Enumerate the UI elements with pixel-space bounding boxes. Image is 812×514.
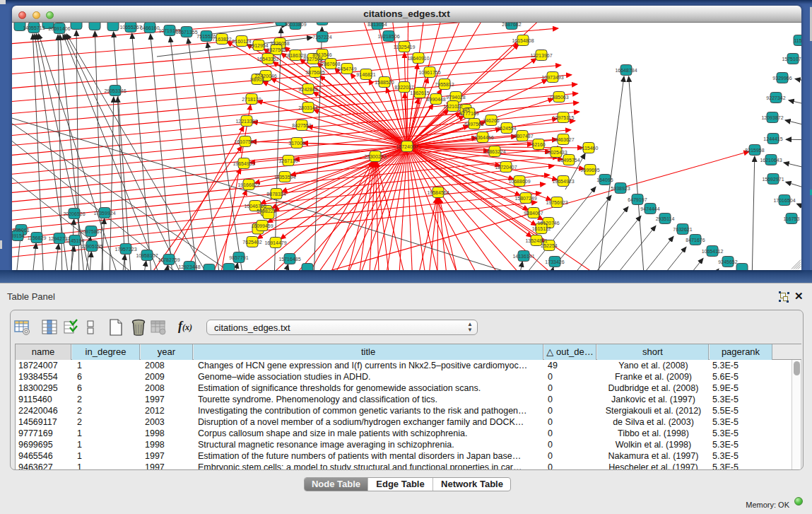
svg-text:15807249: 15807249 bbox=[514, 196, 536, 201]
svg-text:8215958: 8215958 bbox=[745, 148, 764, 153]
svg-text:12213967: 12213967 bbox=[530, 53, 552, 58]
svg-text:19654933: 19654933 bbox=[233, 161, 254, 166]
svg-text:746266: 746266 bbox=[483, 118, 499, 123]
svg-text:20691406: 20691406 bbox=[48, 26, 70, 31]
svg-text:10655267: 10655267 bbox=[119, 25, 141, 30]
svg-text:16033809: 16033809 bbox=[284, 23, 306, 27]
svg-text:7632621: 7632621 bbox=[673, 227, 692, 232]
svg-text:62160: 62160 bbox=[531, 142, 546, 147]
svg-text:317006: 317006 bbox=[288, 141, 305, 146]
svg-text:8322037: 8322037 bbox=[394, 85, 413, 90]
svg-text:8471676: 8471676 bbox=[686, 238, 705, 243]
svg-text:2935114: 2935114 bbox=[656, 216, 675, 221]
svg-text:1615112: 1615112 bbox=[532, 226, 551, 231]
svg-text:11325419: 11325419 bbox=[394, 45, 416, 49]
svg-text:9857791: 9857791 bbox=[229, 255, 248, 260]
svg-text:13524851: 13524851 bbox=[525, 238, 547, 243]
svg-text:16120746: 16120746 bbox=[537, 221, 559, 226]
svg-text:10025433: 10025433 bbox=[545, 150, 567, 155]
svg-text:16107553: 16107553 bbox=[234, 139, 256, 144]
svg-text:6466160: 6466160 bbox=[140, 25, 159, 30]
svg-text:5498222: 5498222 bbox=[257, 209, 276, 214]
svg-text:9794028: 9794028 bbox=[446, 95, 465, 100]
svg-text:7625402: 7625402 bbox=[242, 240, 261, 245]
svg-text:2718170: 2718170 bbox=[242, 97, 261, 102]
svg-text:16154808: 16154808 bbox=[512, 38, 534, 43]
svg-text:9115460: 9115460 bbox=[579, 146, 599, 151]
svg-text:2803144: 2803144 bbox=[298, 105, 317, 110]
svg-text:8427552: 8427552 bbox=[292, 123, 311, 128]
svg-text:1588520: 1588520 bbox=[375, 80, 394, 85]
svg-text:6497568: 6497568 bbox=[464, 122, 483, 127]
svg-text:12905135: 12905135 bbox=[81, 244, 102, 249]
svg-text:935061: 935061 bbox=[13, 228, 29, 233]
svg-text:14136141: 14136141 bbox=[512, 254, 534, 259]
svg-text:3267130: 3267130 bbox=[278, 158, 298, 163]
svg-text:8813054: 8813054 bbox=[367, 23, 387, 27]
svg-text:16648784: 16648784 bbox=[615, 68, 637, 73]
svg-text:39154: 39154 bbox=[12, 233, 25, 238]
svg-text:9227342: 9227342 bbox=[766, 95, 785, 100]
svg-text:20975867: 20975867 bbox=[80, 229, 102, 234]
svg-text:7163822: 7163822 bbox=[212, 37, 231, 42]
svg-text:1156829: 1156829 bbox=[28, 235, 47, 240]
svg-text:8912954: 8912954 bbox=[249, 43, 268, 48]
svg-text:3226058: 3226058 bbox=[270, 41, 289, 46]
svg-text:7357224: 7357224 bbox=[312, 35, 331, 40]
svg-text:17016504: 17016504 bbox=[773, 198, 795, 203]
svg-text:1733426: 1733426 bbox=[545, 259, 564, 264]
svg-text:3624554: 3624554 bbox=[497, 126, 516, 131]
svg-text:9474444: 9474444 bbox=[640, 206, 659, 211]
svg-text:17957223: 17957223 bbox=[114, 247, 136, 252]
svg-text:18720407: 18720407 bbox=[495, 165, 517, 170]
svg-text:1621022: 1621022 bbox=[443, 104, 462, 109]
svg-text:12093872: 12093872 bbox=[761, 115, 783, 120]
svg-text:9242848: 9242848 bbox=[298, 87, 317, 92]
svg-text:16210643: 16210643 bbox=[760, 158, 782, 163]
svg-text:15692971: 15692971 bbox=[762, 177, 784, 182]
svg-text:16782759: 16782759 bbox=[158, 257, 180, 262]
svg-text:19218506: 19218506 bbox=[377, 34, 399, 39]
svg-text:164095: 164095 bbox=[596, 177, 613, 182]
svg-text:8454749: 8454749 bbox=[337, 66, 356, 71]
svg-text:19463627: 19463627 bbox=[552, 137, 574, 142]
svg-text:8990448: 8990448 bbox=[426, 97, 445, 102]
svg-text:1362615: 1362615 bbox=[410, 90, 429, 95]
svg-text:10958107: 10958107 bbox=[136, 253, 158, 258]
svg-text:21364456: 21364456 bbox=[471, 135, 493, 140]
svg-text:16543352: 16543352 bbox=[257, 57, 278, 62]
svg-text:2867608: 2867608 bbox=[321, 62, 340, 66]
svg-text:6479197: 6479197 bbox=[628, 197, 647, 202]
svg-text:7485063: 7485063 bbox=[549, 95, 568, 100]
svg-text:9884067: 9884067 bbox=[524, 211, 543, 216]
svg-text:9327505: 9327505 bbox=[303, 57, 322, 62]
svg-text:19166822: 19166822 bbox=[237, 182, 259, 187]
svg-text:29053346: 29053346 bbox=[104, 88, 126, 93]
svg-text:10961755: 10961755 bbox=[418, 70, 440, 75]
svg-text:19756923: 19756923 bbox=[546, 200, 567, 205]
svg-text:15751074: 15751074 bbox=[782, 57, 801, 62]
svg-text:3875685: 3875685 bbox=[305, 70, 324, 75]
svg-text:10807487: 10807487 bbox=[511, 134, 533, 139]
svg-text:11353594: 11353594 bbox=[274, 175, 296, 180]
svg-text:18640910: 18640910 bbox=[407, 56, 429, 61]
svg-text:9699695: 9699695 bbox=[580, 168, 599, 173]
svg-text:1244415: 1244415 bbox=[763, 136, 782, 141]
svg-text:9777169: 9777169 bbox=[459, 111, 478, 116]
svg-text:15716485: 15716485 bbox=[278, 257, 300, 262]
svg-text:10046766: 10046766 bbox=[244, 204, 266, 209]
svg-text:16671355: 16671355 bbox=[175, 30, 197, 35]
svg-text:10688609: 10688609 bbox=[508, 179, 530, 184]
svg-text:14863224: 14863224 bbox=[483, 149, 505, 154]
svg-text:5938923: 5938923 bbox=[611, 186, 630, 191]
svg-text:8878334: 8878334 bbox=[266, 192, 286, 197]
svg-text:98903: 98903 bbox=[250, 77, 264, 82]
svg-text:18724007: 18724007 bbox=[396, 144, 418, 149]
svg-text:16914479: 16914479 bbox=[264, 240, 286, 245]
svg-text:10654112: 10654112 bbox=[702, 249, 724, 254]
svg-text:19654923: 19654923 bbox=[552, 179, 574, 184]
svg-text:10973493: 10973493 bbox=[541, 75, 563, 80]
svg-text:9245652: 9245652 bbox=[718, 259, 737, 264]
svg-text:17359924: 17359924 bbox=[93, 211, 115, 216]
svg-text:252254: 252254 bbox=[541, 243, 557, 248]
